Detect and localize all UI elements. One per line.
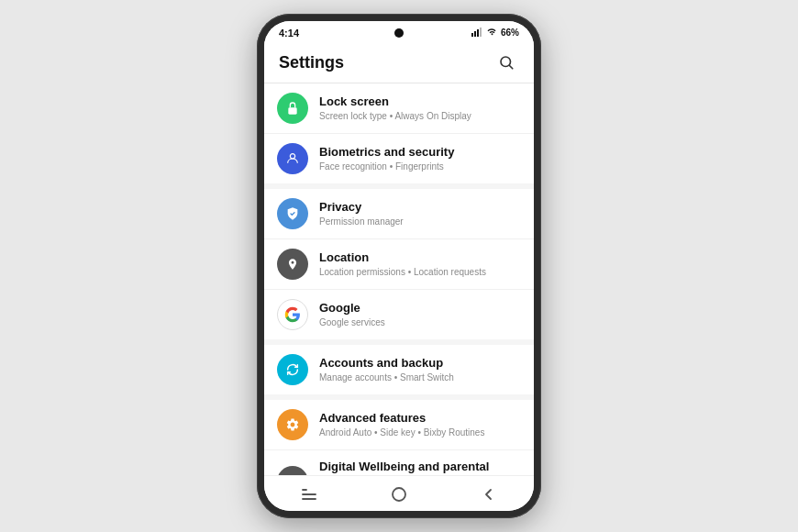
advanced-icon bbox=[277, 409, 308, 440]
digital-wellbeing-icon bbox=[277, 466, 308, 475]
location-text: Location Location permissions • Location… bbox=[319, 250, 521, 279]
location-title: Location bbox=[319, 250, 521, 266]
home-button[interactable] bbox=[382, 483, 416, 505]
svg-point-12 bbox=[393, 488, 405, 501]
status-bar: 4:14 66% bbox=[264, 21, 534, 40]
accounts-title: Accounts and backup bbox=[319, 356, 521, 371]
settings-item-location[interactable]: Location Location permissions • Location… bbox=[264, 239, 534, 290]
phone-frame: 4:14 66% Settings bbox=[257, 14, 541, 518]
digital-wellbeing-text: Digital Wellbeing and parental controls … bbox=[319, 460, 521, 475]
google-title: Google bbox=[319, 301, 521, 316]
svg-rect-1 bbox=[474, 31, 476, 37]
location-subtitle: Location permissions • Location requests bbox=[319, 266, 521, 278]
svg-rect-2 bbox=[477, 29, 479, 37]
svg-point-7 bbox=[290, 154, 294, 159]
lock-screen-icon bbox=[277, 93, 308, 124]
location-icon bbox=[277, 249, 308, 280]
status-time: 4:14 bbox=[279, 28, 299, 39]
settings-group-1: Lock screen Screen lock type • Always On… bbox=[264, 83, 534, 183]
accounts-subtitle: Manage accounts • Smart Switch bbox=[319, 371, 521, 383]
settings-item-privacy[interactable]: Privacy Permission manager bbox=[264, 189, 534, 239]
camera-dot bbox=[394, 28, 404, 38]
settings-item-advanced[interactable]: Advanced features Android Auto • Side ke… bbox=[264, 400, 534, 450]
phone-screen: 4:14 66% Settings bbox=[264, 21, 534, 511]
back-button[interactable] bbox=[472, 483, 505, 505]
svg-rect-6 bbox=[288, 107, 296, 114]
status-icons: 66% bbox=[471, 27, 519, 39]
nav-bar bbox=[264, 475, 534, 511]
svg-rect-3 bbox=[480, 28, 482, 37]
signal-icon bbox=[471, 27, 483, 39]
biometrics-subtitle: Face recognition • Fingerprints bbox=[319, 161, 521, 172]
digital-wellbeing-title: Digital Wellbeing and parental controls bbox=[319, 460, 521, 475]
privacy-title: Privacy bbox=[319, 200, 521, 216]
google-icon bbox=[277, 299, 308, 330]
google-subtitle: Google services bbox=[319, 316, 521, 328]
wifi-icon bbox=[486, 27, 498, 39]
settings-group-2: Privacy Permission manager Location Loca… bbox=[264, 189, 534, 339]
svg-rect-0 bbox=[471, 33, 473, 37]
advanced-subtitle: Android Auto • Side key • Bixby Routines bbox=[319, 427, 521, 438]
biometrics-title: Biometrics and security bbox=[319, 145, 521, 161]
biometrics-icon bbox=[277, 143, 308, 174]
settings-group-3: Accounts and backup Manage accounts • Sm… bbox=[264, 345, 534, 394]
battery-icon: 66% bbox=[501, 28, 519, 38]
lock-screen-title: Lock screen bbox=[319, 94, 521, 110]
settings-item-biometrics[interactable]: Biometrics and security Face recognition… bbox=[264, 134, 534, 183]
settings-item-digital-wellbeing[interactable]: Digital Wellbeing and parental controls … bbox=[264, 450, 534, 475]
lock-screen-text: Lock screen Screen lock type • Always On… bbox=[319, 94, 521, 123]
advanced-text: Advanced features Android Auto • Side ke… bbox=[319, 411, 521, 439]
settings-group-4: Advanced features Android Auto • Side ke… bbox=[264, 400, 534, 475]
settings-item-lock-screen[interactable]: Lock screen Screen lock type • Always On… bbox=[264, 83, 534, 134]
google-text: Google Google services bbox=[319, 301, 521, 329]
privacy-subtitle: Permission manager bbox=[319, 216, 521, 227]
search-button[interactable] bbox=[493, 50, 519, 75]
accounts-text: Accounts and backup Manage accounts • Sm… bbox=[319, 356, 521, 384]
recents-button[interactable] bbox=[293, 483, 326, 505]
settings-item-accounts[interactable]: Accounts and backup Manage accounts • Sm… bbox=[264, 345, 534, 394]
lock-screen-subtitle: Screen lock type • Always On Display bbox=[319, 110, 521, 122]
settings-header: Settings bbox=[264, 40, 534, 83]
accounts-icon bbox=[277, 354, 308, 385]
svg-line-5 bbox=[509, 65, 512, 68]
biometrics-text: Biometrics and security Face recognition… bbox=[319, 145, 521, 173]
advanced-title: Advanced features bbox=[319, 411, 521, 427]
settings-item-google[interactable]: Google Google services bbox=[264, 290, 534, 339]
privacy-text: Privacy Permission manager bbox=[319, 200, 521, 228]
page-title: Settings bbox=[279, 53, 344, 72]
settings-list: Lock screen Screen lock type • Always On… bbox=[264, 83, 534, 475]
privacy-icon bbox=[277, 198, 308, 229]
